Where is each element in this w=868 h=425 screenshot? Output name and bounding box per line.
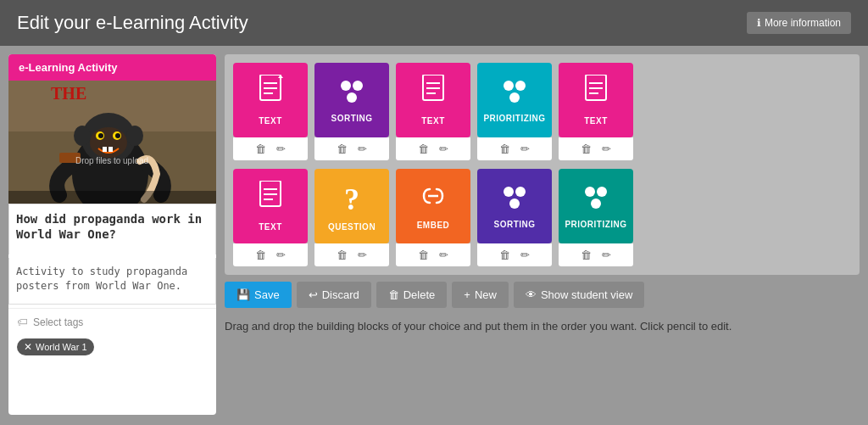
block-label-question: QUESTION: [328, 222, 376, 232]
block-actions-prio-1: 🗑 ✏: [477, 137, 552, 160]
sorting-block-icon-1: [337, 77, 366, 109]
block-delete-4[interactable]: 🗑: [253, 247, 268, 263]
block-edit-embed[interactable]: ✏: [437, 247, 450, 263]
block-card-question[interactable]: ? QUESTION: [314, 169, 389, 243]
delete-icon: 🗑: [388, 288, 399, 301]
block-item-text-2: TEXT 🗑 ✏: [396, 63, 470, 160]
block-edit-1[interactable]: ✏: [275, 141, 287, 157]
block-item-text-1: TEXT 🗑 ✏: [233, 63, 308, 160]
tag-badge: ✕ World War 1: [17, 338, 94, 355]
blocks-row-1: TEXT 🗑 ✏: [233, 63, 851, 160]
block-edit-sorting-2[interactable]: ✏: [519, 247, 531, 263]
block-label-text-4: TEXT: [259, 222, 282, 232]
svg-point-23: [353, 81, 363, 91]
block-card-sorting-2[interactable]: SORTING: [477, 169, 552, 243]
block-label-text-3: TEXT: [584, 116, 608, 126]
block-edit-4[interactable]: ✏: [275, 247, 287, 263]
svg-rect-10: [103, 147, 107, 152]
tag-remove-icon[interactable]: ✕: [24, 341, 32, 353]
svg-rect-15: [8, 191, 216, 204]
save-button[interactable]: 💾 Save: [225, 282, 292, 308]
block-delete-3[interactable]: 🗑: [579, 141, 593, 157]
block-delete-2[interactable]: 🗑: [416, 141, 431, 157]
block-card-text-3[interactable]: TEXT: [559, 63, 633, 137]
block-delete-prio-2[interactable]: 🗑: [579, 247, 593, 263]
block-label-prioritizing-1: PRIORITIZING: [483, 114, 545, 123]
svg-point-24: [347, 92, 357, 103]
text-block-icon-2: [420, 75, 446, 111]
block-delete-embed[interactable]: 🗑: [416, 247, 431, 263]
block-actions-sorting-2: 🗑 ✏: [477, 243, 552, 266]
svg-point-30: [515, 81, 526, 91]
block-card-sorting-1[interactable]: SORTING: [314, 63, 389, 137]
left-panel-header: e-Learning Activity: [8, 54, 216, 81]
block-edit-sorting-1[interactable]: ✏: [356, 141, 369, 157]
block-card-text-1[interactable]: TEXT: [233, 63, 308, 137]
activity-description-input[interactable]: [8, 258, 216, 305]
block-card-text-4[interactable]: TEXT: [233, 169, 308, 243]
block-item-sorting-2: SORTING 🗑 ✏: [477, 169, 552, 266]
block-edit-prio-2[interactable]: ✏: [600, 247, 613, 263]
sorting-block-icon-2: [500, 183, 529, 215]
toolbar: 💾 Save ↩ Discard 🗑 Delete + New 👁 Show s…: [225, 282, 860, 308]
eye-icon: 👁: [526, 288, 537, 301]
prioritizing-block-icon-1: [500, 77, 529, 109]
embed-block-icon: [420, 182, 447, 215]
tag-label: World War 1: [36, 342, 87, 352]
new-button[interactable]: + New: [452, 282, 509, 308]
block-actions-3: 🗑 ✏: [559, 137, 633, 160]
hint-text: Drag and drop the building blocks of you…: [225, 315, 860, 338]
block-delete-question[interactable]: 🗑: [335, 247, 349, 263]
svg-point-8: [98, 133, 103, 138]
new-icon: +: [464, 288, 470, 301]
block-item-text-3: TEXT 🗑 ✏: [559, 63, 633, 160]
block-label-sorting-2: SORTING: [493, 220, 535, 229]
save-icon: 💾: [236, 288, 250, 301]
block-edit-question[interactable]: ✏: [356, 247, 369, 263]
block-actions-2: 🗑 ✏: [396, 137, 470, 160]
block-delete-prio-1[interactable]: 🗑: [498, 141, 512, 157]
block-delete-sorting-2[interactable]: 🗑: [498, 247, 512, 263]
svg-point-45: [597, 187, 607, 197]
block-actions-question: 🗑 ✏: [314, 243, 389, 266]
svg-point-42: [515, 187, 526, 197]
svg-rect-11: [108, 147, 113, 152]
block-delete-sorting-1[interactable]: 🗑: [335, 141, 349, 157]
discard-icon: ↩: [309, 288, 318, 301]
svg-text:THE: THE: [51, 84, 86, 103]
block-card-prioritizing-2[interactable]: PRIORITIZING: [559, 169, 633, 243]
select-tags-label[interactable]: Select tags: [33, 316, 83, 328]
block-edit-prio-1[interactable]: ✏: [519, 141, 531, 157]
delete-button[interactable]: 🗑 Delete: [376, 282, 448, 308]
block-label-prioritizing-2: PRIORITIZING: [565, 220, 626, 229]
block-edit-2[interactable]: ✏: [437, 141, 450, 157]
block-label-text-1: TEXT: [259, 116, 282, 126]
text-block-icon-4: [258, 181, 283, 217]
block-edit-3[interactable]: ✏: [600, 141, 613, 157]
blocks-area: TEXT 🗑 ✏: [225, 54, 860, 275]
more-info-button[interactable]: ℹ More information: [747, 12, 851, 34]
question-block-icon: ?: [344, 182, 359, 217]
block-actions-4: 🗑 ✏: [233, 243, 308, 266]
block-card-prioritizing-1[interactable]: PRIORITIZING: [477, 63, 552, 137]
block-delete-1[interactable]: 🗑: [253, 141, 268, 157]
block-card-text-2[interactable]: TEXT: [396, 63, 470, 137]
block-card-embed[interactable]: EMBED: [396, 169, 470, 243]
page-title: Edit your e-Learning Activity: [17, 12, 248, 34]
svg-point-43: [509, 199, 520, 209]
right-panel: TEXT 🗑 ✏: [225, 54, 860, 415]
block-item-sorting-1: SORTING 🗑 ✏: [314, 63, 389, 160]
svg-point-9: [115, 133, 120, 138]
activity-title-input[interactable]: [8, 204, 216, 254]
svg-point-46: [591, 199, 601, 209]
block-label-sorting-1: SORTING: [331, 114, 372, 123]
discard-button[interactable]: ↩ Discard: [297, 282, 371, 308]
activity-image[interactable]: THE: [8, 81, 216, 204]
svg-point-44: [585, 187, 595, 197]
block-item-question: ? QUESTION 🗑 ✏: [314, 169, 389, 266]
blocks-row-2: TEXT 🗑 ✏ ? QUESTION 🗑 ✏: [233, 169, 851, 266]
student-view-button[interactable]: 👁 Show student view: [514, 282, 644, 308]
svg-point-12: [74, 126, 91, 146]
text-block-icon-1: [258, 75, 283, 111]
svg-text:Drop files to upload: Drop files to upload: [75, 156, 148, 165]
